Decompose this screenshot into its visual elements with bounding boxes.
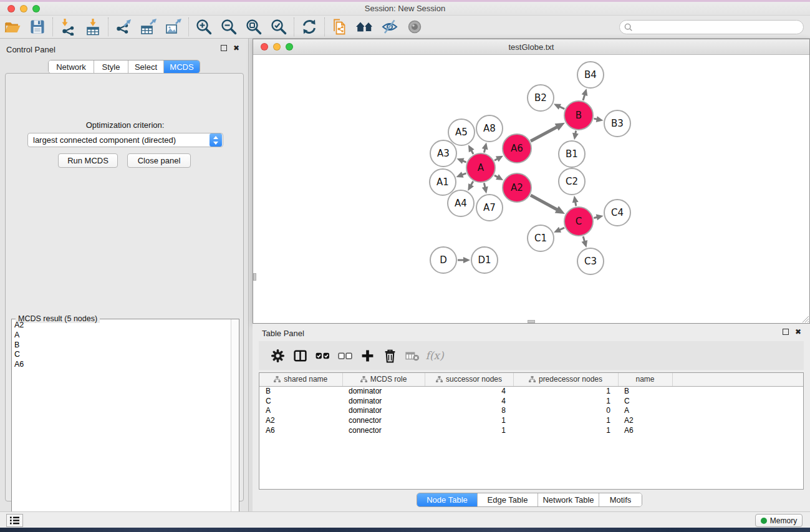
refresh-button[interactable] [297, 16, 322, 37]
window-resize-grip[interactable] [801, 314, 809, 322]
search-input[interactable] [634, 21, 803, 33]
close-window-button[interactable] [7, 5, 15, 12]
eye-icon [407, 19, 423, 35]
column-header-successor-nodes[interactable]: successor nodes [425, 373, 513, 386]
search-field[interactable] [619, 20, 804, 34]
new-network-from-selection-button[interactable] [327, 16, 352, 37]
import-table-button[interactable] [80, 16, 105, 37]
zoom-out-icon [220, 18, 238, 36]
result-scrollbar[interactable] [231, 319, 239, 532]
result-list-item[interactable]: C [12, 350, 230, 360]
graph-edge-arrowhead [582, 240, 588, 248]
main-area: Control Panel ✖ Network Style Select MCD… [0, 39, 810, 511]
table-row[interactable]: Cdominator41C [259, 396, 804, 406]
network-canvas[interactable]: B4B2BB3A8A5A6A3B1AA1C2A2A4A7C4CC1C3DD1 [253, 55, 809, 323]
import-network-button[interactable] [55, 16, 80, 37]
task-history-button[interactable] [6, 514, 23, 527]
tab-motifs[interactable]: Motifs [599, 493, 642, 506]
graph-node-label: B [576, 110, 582, 121]
zoom-in-button[interactable] [191, 16, 216, 37]
canvas-bottom-handle[interactable] [528, 320, 535, 323]
graph-node-label: A1 [436, 177, 449, 188]
select-all-button[interactable] [311, 344, 334, 367]
table-row[interactable]: Bdominator41B [259, 386, 804, 396]
graph-edge-arrowhead [582, 89, 588, 96]
network-window-titlebar[interactable]: testGlobe.txt [253, 39, 809, 55]
column-header-shared-name[interactable]: shared name [259, 373, 342, 386]
close-panel-icon[interactable]: ✖ [233, 44, 239, 52]
network-graph[interactable]: B4B2BB3A8A5A6A3B1AA1C2A2A4A7C4CC1C3DD1 [253, 55, 809, 323]
table-cell: connector [342, 425, 425, 435]
close-panel-icon[interactable]: ✖ [795, 328, 801, 336]
export-table-button[interactable] [136, 16, 161, 37]
tab-select[interactable]: Select [128, 60, 164, 73]
table-cell-filler [672, 386, 804, 396]
table-row[interactable]: A2connector11A2 [259, 415, 804, 425]
function-builder-button[interactable]: f(x) [423, 344, 446, 367]
column-selector-button[interactable] [289, 344, 311, 367]
tab-network[interactable]: Network [49, 60, 94, 73]
tab-style[interactable]: Style [94, 60, 128, 73]
graph-edge-arrowhead [456, 158, 464, 164]
zoom-window-button[interactable] [32, 5, 40, 12]
criterion-dropdown[interactable]: largest connected component (directed) [27, 133, 223, 147]
run-mcds-button[interactable]: Run MCDS [58, 153, 118, 168]
tab-mcds[interactable]: MCDS [164, 60, 200, 73]
column-header-predecessor-nodes[interactable]: predecessor nodes [513, 373, 618, 386]
table-cell-filler [672, 415, 804, 425]
save-session-button[interactable] [25, 16, 50, 37]
add-row-button[interactable] [356, 344, 378, 367]
memory-button[interactable]: Memory [755, 514, 803, 527]
control-panel-title: Control Panel [6, 45, 55, 54]
zoom-selected-button[interactable] [266, 16, 291, 37]
tab-node-table[interactable]: Node Table [417, 493, 478, 506]
node-table[interactable]: shared name MCDS role successor nodes pr… [259, 373, 804, 435]
graph-edge-arrowhead [596, 116, 604, 122]
close-view-button[interactable] [261, 43, 268, 51]
delete-table-button[interactable] [401, 344, 423, 367]
tab-edge-table[interactable]: Edge Table [478, 493, 538, 506]
export-network-button[interactable] [111, 16, 136, 37]
mcds-result-list[interactable]: A2ABCA6 [12, 321, 230, 532]
graph-node-label: C1 [534, 233, 547, 244]
float-panel-icon[interactable] [221, 45, 227, 51]
table-row[interactable]: Adominator80A [259, 406, 804, 416]
zoom-out-button[interactable] [216, 16, 241, 37]
app-titlebar: Session: New Session [0, 2, 810, 16]
mcds-result-box: MCDS result (5 nodes) A2ABCA6 [11, 319, 239, 532]
float-panel-icon[interactable] [783, 329, 789, 335]
optimization-criterion-label: Optimization criterion: [6, 120, 244, 130]
network-window-controls [261, 43, 293, 51]
table-row[interactable]: A6connector11A6 [259, 425, 804, 435]
open-session-button[interactable] [0, 16, 25, 37]
canvas-left-handle[interactable] [253, 273, 256, 281]
column-header-name[interactable]: name [618, 373, 672, 386]
trash-icon [383, 349, 397, 363]
result-list-item[interactable]: A [12, 331, 230, 341]
hide-selected-button[interactable] [377, 16, 402, 37]
fx-icon: f(x) [425, 349, 443, 362]
table-settings-button[interactable] [266, 344, 289, 367]
graph-node-label: D [440, 254, 447, 266]
delete-rows-button[interactable] [378, 344, 401, 367]
minimize-view-button[interactable] [273, 43, 281, 51]
zoom-view-button[interactable] [286, 43, 293, 51]
table-panel-window-buttons: ✖ [783, 328, 801, 336]
result-list-item[interactable]: A2 [12, 321, 230, 331]
column-header-mcds-role[interactable]: MCDS role [342, 373, 425, 386]
minimize-window-button[interactable] [20, 5, 27, 12]
table-cell: 1 [513, 425, 618, 435]
graph-edge[interactable] [531, 195, 558, 210]
result-list-item[interactable]: A6 [12, 360, 230, 370]
graph-edge[interactable] [531, 127, 557, 141]
tab-network-table[interactable]: Network Table [538, 493, 599, 506]
export-image-button[interactable] [161, 16, 186, 37]
toolbar-separator [294, 17, 294, 36]
zoom-fit-button[interactable] [241, 16, 266, 37]
home-button[interactable] [352, 16, 377, 37]
result-list-item[interactable]: B [12, 341, 230, 351]
deselect-all-button[interactable] [334, 344, 356, 367]
table-cell: dominator [342, 406, 425, 416]
show-all-button[interactable] [402, 16, 427, 37]
close-panel-button[interactable]: Close panel [127, 153, 191, 168]
